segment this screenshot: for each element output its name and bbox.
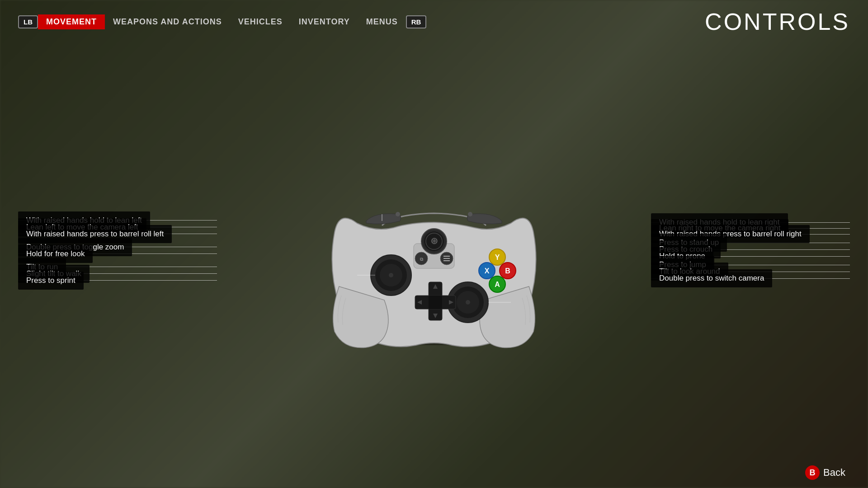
svg-text:⧉: ⧉ — [420, 257, 423, 262]
b-button-icon: B — [805, 465, 820, 480]
svg-point-22 — [466, 300, 470, 305]
svg-text:X: X — [485, 267, 490, 275]
svg-point-3 — [468, 212, 472, 216]
lb-button[interactable]: LB — [18, 15, 38, 28]
nav-tabs: LB MOVEMENT WEAPONS AND ACTIONS VEHICLES… — [18, 14, 426, 29]
svg-text:A: A — [495, 281, 500, 288]
svg-text:B: B — [505, 267, 510, 275]
svg-rect-25 — [429, 296, 442, 309]
rb-button[interactable]: RB — [406, 15, 427, 28]
tab-inventory[interactable]: INVENTORY — [291, 14, 358, 29]
tab-menus[interactable]: MENUS — [358, 14, 406, 29]
header: LB MOVEMENT WEAPONS AND ACTIONS VEHICLES… — [0, 0, 868, 40]
label-switch-camera: Double press to switch camera — [651, 269, 772, 287]
tab-vehicles[interactable]: VEHICLES — [230, 14, 291, 29]
svg-point-18 — [389, 273, 393, 277]
tab-movement[interactable]: MOVEMENT — [38, 14, 105, 29]
svg-text:⊛: ⊛ — [430, 236, 438, 246]
back-button[interactable]: B Back — [805, 465, 845, 480]
right-label-row-9: Double press to switch camera — [651, 278, 850, 279]
controller: ⊛ ⧉ — [303, 137, 565, 363]
main-content: With raised hands hold to lean left Lean… — [0, 40, 868, 461]
left-label-row-3: With raised hands press to barrel roll l… — [18, 234, 217, 234]
label-sprint: Press to sprint — [18, 272, 84, 290]
page-title: CONTROLS — [705, 8, 850, 35]
left-label-row-8: Press to sprint — [18, 280, 217, 281]
tab-weapons[interactable]: WEAPONS AND ACTIONS — [105, 14, 230, 29]
svg-text:Y: Y — [495, 253, 500, 261]
footer: B Back — [0, 461, 868, 488]
right-labels: With raised hands hold to lean right Lea… — [651, 40, 850, 461]
svg-point-2 — [396, 212, 400, 216]
left-labels: With raised hands hold to lean left Lean… — [18, 40, 217, 461]
back-label: Back — [823, 467, 845, 479]
